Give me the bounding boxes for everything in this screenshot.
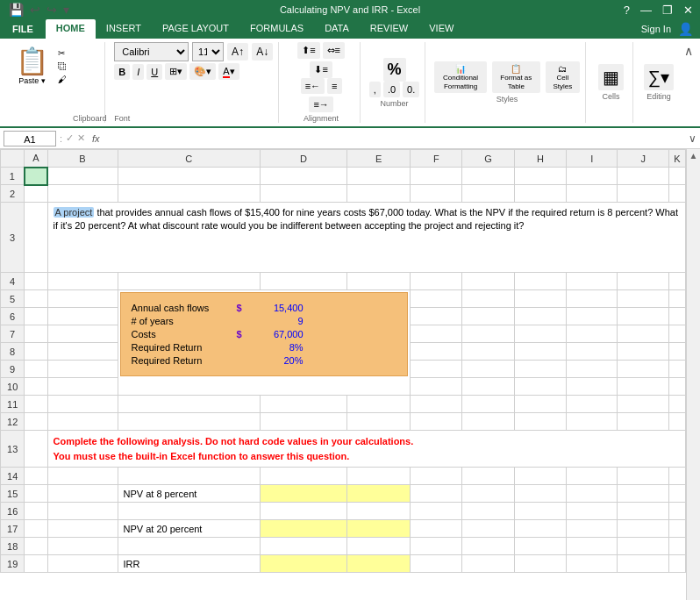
conditional-formatting-button[interactable]: 📊 Conditional Formatting: [434, 61, 487, 93]
cell-c11[interactable]: [118, 396, 260, 413]
align-left-button[interactable]: ≡←: [301, 78, 325, 94]
cell-b6[interactable]: [47, 308, 118, 325]
cell-h7[interactable]: [514, 325, 566, 343]
cell-f10[interactable]: [411, 378, 462, 396]
cell-j9[interactable]: [618, 361, 669, 378]
percent-button[interactable]: %: [383, 58, 406, 82]
cell-h4[interactable]: [514, 273, 566, 290]
cell-h5[interactable]: [514, 290, 566, 308]
format-as-table-button[interactable]: 📋 Format as Table: [492, 61, 540, 93]
quick-access-toolbar[interactable]: 💾 ↩ ↪ ▾: [7, 1, 71, 18]
cell-b7[interactable]: [47, 325, 118, 343]
cell-i5[interactable]: [567, 290, 618, 308]
cell-a5[interactable]: [25, 290, 47, 308]
cell-j10[interactable]: [618, 378, 669, 396]
restore-button[interactable]: ❐: [662, 4, 673, 17]
cell-a2[interactable]: [25, 185, 47, 203]
cell-d16[interactable]: [260, 503, 346, 520]
align-right-button[interactable]: ≡→: [309, 96, 332, 112]
cell-b11[interactable]: [47, 396, 118, 413]
col-header-c[interactable]: C: [118, 150, 260, 168]
cell-b2[interactable]: [47, 185, 118, 203]
cell-k9[interactable]: [669, 361, 686, 378]
cut-button[interactable]: ✂: [55, 47, 69, 59]
cell-b10[interactable]: [47, 378, 118, 396]
years-value[interactable]: 9: [251, 316, 304, 326]
cell-g16[interactable]: [462, 503, 514, 520]
cell-a10[interactable]: [25, 378, 47, 396]
cell-d19-value[interactable]: [260, 555, 346, 573]
font-face-select[interactable]: Calibri: [114, 42, 189, 61]
cell-h8[interactable]: [514, 343, 566, 361]
increase-decimal-button[interactable]: .0: [383, 82, 400, 97]
cell-b14[interactable]: [47, 468, 118, 485]
col-header-a[interactable]: A: [25, 150, 47, 168]
underline-button[interactable]: U: [146, 64, 162, 80]
cell-f19[interactable]: [411, 555, 462, 573]
cell-c15-label[interactable]: NPV at 8 percent: [118, 485, 260, 503]
border-button[interactable]: ⊞▾: [165, 63, 187, 80]
cell-g9[interactable]: [462, 361, 514, 378]
cell-b8[interactable]: [47, 343, 118, 361]
cell-a19[interactable]: [25, 555, 47, 573]
formula-expand-icon[interactable]: ∨: [689, 132, 696, 145]
cell-a6[interactable]: [25, 308, 47, 325]
cell-a11[interactable]: [25, 396, 47, 413]
cell-h19[interactable]: [514, 555, 566, 573]
tab-data[interactable]: DATA: [314, 19, 360, 39]
cell-h9[interactable]: [514, 361, 566, 378]
cell-k14[interactable]: [669, 468, 686, 485]
cell-a18[interactable]: [25, 538, 47, 555]
cell-a1[interactable]: [25, 168, 47, 185]
cell-g1[interactable]: [462, 168, 514, 185]
req-return-8-value[interactable]: 8%: [251, 342, 304, 353]
cell-k6[interactable]: [669, 308, 686, 325]
cell-g19[interactable]: [462, 555, 514, 573]
cell-g5[interactable]: [462, 290, 514, 308]
cell-f16[interactable]: [411, 503, 462, 520]
cell-b16[interactable]: [47, 503, 118, 520]
cell-g15[interactable]: [462, 485, 514, 503]
cell-c17-label[interactable]: NPV at 20 percent: [118, 520, 260, 538]
cell-d2[interactable]: [260, 185, 346, 203]
cell-a8[interactable]: [25, 343, 47, 361]
cell-h10[interactable]: [514, 378, 566, 396]
format-painter-button[interactable]: 🖌: [55, 74, 69, 85]
cell-k17[interactable]: [669, 520, 686, 538]
cell-d18[interactable]: [260, 538, 346, 555]
cell-j1[interactable]: [618, 168, 669, 185]
col-header-e[interactable]: E: [346, 150, 411, 168]
cell-g8[interactable]: [462, 343, 514, 361]
cell-i4[interactable]: [567, 273, 618, 290]
cell-h16[interactable]: [514, 503, 566, 520]
cell-e11[interactable]: [346, 396, 411, 413]
cell-d1[interactable]: [260, 168, 346, 185]
formula-bar-cancel[interactable]: ✕: [77, 132, 85, 144]
cell-f6[interactable]: [411, 308, 462, 325]
col-header-k[interactable]: K: [669, 150, 686, 168]
cell-f5[interactable]: [411, 290, 462, 308]
cell-b15[interactable]: [47, 485, 118, 503]
cell-b19[interactable]: [47, 555, 118, 573]
cell-k19[interactable]: [669, 555, 686, 573]
cell-c12[interactable]: [118, 413, 260, 431]
cell-i8[interactable]: [567, 343, 618, 361]
cell-k7[interactable]: [669, 325, 686, 343]
cell-i18[interactable]: [567, 538, 618, 555]
cell-b13-instructions[interactable]: Complete the following analysis. Do not …: [47, 431, 685, 468]
col-header-b[interactable]: B: [47, 150, 118, 168]
cell-f12[interactable]: [411, 413, 462, 431]
cell-c16[interactable]: [118, 503, 260, 520]
cell-f11[interactable]: [411, 396, 462, 413]
cell-k16[interactable]: [669, 503, 686, 520]
cell-a7[interactable]: [25, 325, 47, 343]
cell-f18[interactable]: [411, 538, 462, 555]
cell-e19-value[interactable]: [346, 555, 411, 573]
cell-b18[interactable]: [47, 538, 118, 555]
cell-a4[interactable]: [25, 273, 47, 290]
align-middle-button[interactable]: ⇔≡: [323, 42, 345, 59]
tab-home[interactable]: HOME: [46, 19, 96, 39]
cells-button[interactable]: ▦: [598, 64, 624, 90]
tab-review[interactable]: REVIEW: [360, 19, 418, 39]
cell-h18[interactable]: [514, 538, 566, 555]
